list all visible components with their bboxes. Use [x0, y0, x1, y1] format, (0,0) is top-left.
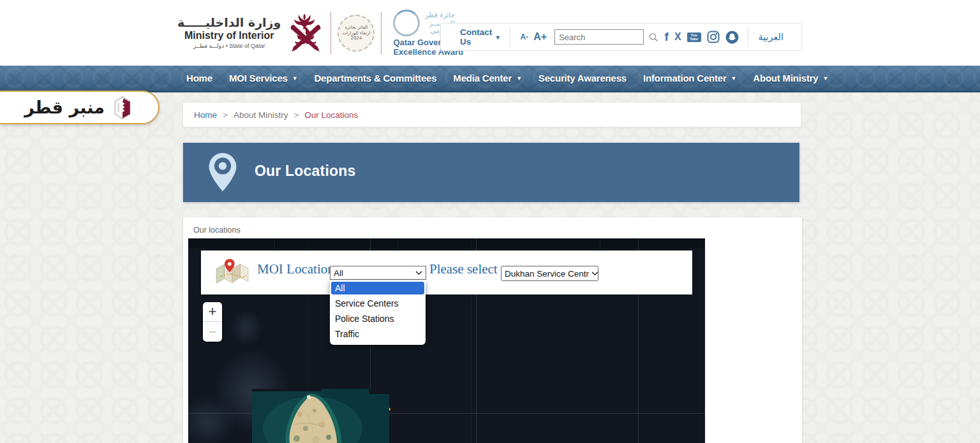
breadcrumb-current-page: Our Locations [304, 110, 358, 120]
medal-line2: ارتقاء للوزارات [342, 31, 370, 36]
main-navigation: Home MOI Services▼ Departments & Committ… [0, 66, 980, 92]
breadcrumb-about-ministry[interactable]: About Ministry [234, 110, 288, 120]
award-medal-2024: الفائز بجائزة ارتقاء للوزارات 2024 [338, 15, 375, 52]
breadcrumb-separator: > [293, 110, 299, 120]
medal-line3: 2024 [350, 36, 362, 41]
chevron-down-icon: ▼ [731, 75, 737, 82]
youtube-text2: Tube [687, 37, 701, 41]
page: وزارة الداخليـــــة Ministry of Interior… [0, 0, 980, 443]
nav-label: About Ministry [753, 73, 818, 84]
locations-card: Our locations [183, 217, 802, 443]
chevron-down-icon: ▼ [516, 75, 522, 82]
font-increase-button[interactable]: A+ [533, 31, 547, 43]
moi-emblem-icon [287, 12, 324, 54]
ministry-name-english: Ministry of Interior [177, 31, 281, 41]
page-title: Our Locations [255, 163, 356, 180]
instagram-icon[interactable] [707, 31, 720, 43]
map-filter-bar: MOI Locations All Please select Dukhan S… [201, 251, 692, 294]
contact-us-menu[interactable]: Contact Us ▾ [460, 27, 500, 47]
chevron-down-icon [415, 271, 422, 275]
site-header: وزارة الداخليـــــة Ministry of Interior… [0, 0, 980, 66]
category-select-value: All [334, 268, 343, 278]
category-select[interactable]: All [330, 266, 426, 280]
moi-brand-logo[interactable]: وزارة الداخليـــــة Ministry of Interior… [177, 6, 466, 60]
minbar-qatar-banner[interactable]: منبر قطر [0, 91, 160, 124]
nav-label: Home [186, 73, 212, 84]
dropdown-option-police-stations[interactable]: Police Stations [330, 311, 426, 326]
service-center-select-value: Dukhan Service Centr [505, 269, 589, 279]
breadcrumb: Home > About Ministry > Our Locations [183, 103, 801, 127]
chevron-down-icon: ▼ [823, 75, 829, 82]
map-with-pin-icon [215, 258, 249, 287]
nav-item-media-center[interactable]: Media Center▼ [445, 73, 530, 84]
toolbar-divider-2 [748, 27, 748, 47]
brand-divider [330, 12, 331, 54]
service-center-select[interactable]: Dukhan Service Centr [501, 266, 598, 281]
map-zoom-control: + − [203, 302, 222, 342]
excellence-ar1: جائزة قطر [425, 11, 455, 19]
breadcrumb-separator: > [223, 110, 228, 120]
cloud-wisp [230, 309, 262, 347]
toolbar-divider [510, 27, 510, 47]
nav-item-moi-services[interactable]: MOI Services▼ [221, 73, 306, 84]
nav-item-home[interactable]: Home [178, 73, 221, 84]
chevron-down-icon [591, 272, 598, 276]
map-tile-seam [600, 238, 600, 249]
category-dropdown-open: All Service Centers Police Stations Traf… [330, 280, 426, 345]
nav-label: Departments & Committees [314, 73, 436, 84]
dropdown-option-traffic[interactable]: Traffic [330, 326, 426, 342]
nav-item-departments-committees[interactable]: Departments & Committees [306, 73, 445, 84]
excellence-ring-icon [393, 10, 420, 36]
youtube-icon[interactable]: You Tube [687, 33, 701, 42]
map-tile-band [188, 238, 705, 249]
nav-item-security-awareness[interactable]: Security Awareness [530, 73, 635, 84]
contact-us-label: Contact Us [460, 27, 493, 47]
nav-item-information-center[interactable]: Information Center▼ [635, 73, 745, 84]
nav-label: MOI Services [229, 73, 288, 84]
please-select-prompt: Please select [429, 261, 498, 277]
chevron-down-icon: ▾ [496, 34, 500, 41]
nav-label: Security Awareness [538, 73, 627, 84]
language-toggle[interactable]: العربية [758, 32, 783, 42]
moi-locations-title: MOI Locations [257, 261, 339, 277]
dropdown-option-service-centers[interactable]: Service Centers [330, 296, 426, 311]
nav-item-about-ministry[interactable]: About Ministry▼ [745, 73, 836, 84]
location-pin-icon [209, 153, 237, 191]
header-toolbar: Contact Us ▾ A- A+ f X You Tube [440, 23, 802, 51]
search-input[interactable] [554, 29, 644, 45]
state-of-qatar-line: دولـــة قطــر • State of Qatar [177, 43, 281, 49]
medal-line1: الفائز بجائزة [345, 25, 368, 31]
map-tile-seam [274, 238, 275, 249]
map-tile-seam [397, 238, 398, 249]
x-twitter-icon[interactable]: X [674, 31, 681, 43]
qatar-landmass [252, 389, 389, 443]
search-icon[interactable] [649, 31, 658, 43]
brand-text: وزارة الداخليـــــة Ministry of Interior… [177, 17, 281, 49]
nav-label: Information Center [643, 73, 727, 84]
font-decrease-button[interactable]: A- [521, 33, 529, 41]
zoom-out-button[interactable]: − [203, 322, 222, 342]
snapchat-icon[interactable] [725, 31, 739, 44]
nav-label: Media Center [453, 73, 512, 84]
card-section-label: Our locations [193, 226, 241, 235]
page-title-banner: Our Locations [183, 143, 799, 202]
brand-divider-2 [381, 12, 382, 54]
minbar-qatar-label: منبر قطر [24, 98, 105, 117]
dropdown-option-all[interactable]: All [331, 282, 424, 294]
ministry-name-arabic: وزارة الداخليـــــة [177, 17, 281, 29]
social-icons: f X You Tube [665, 30, 739, 44]
minbar-qatar-logo-icon [111, 95, 134, 120]
zoom-in-button[interactable]: + [203, 302, 222, 322]
nav-items: Home MOI Services▼ Departments & Committ… [178, 66, 836, 91]
facebook-icon[interactable]: f [665, 30, 669, 44]
map-canvas[interactable]: مدينة الشمال الغارية عذبة العريش عين سنا… [188, 238, 705, 443]
breadcrumb-home-link[interactable]: Home [194, 110, 217, 120]
chevron-down-icon: ▼ [292, 75, 298, 82]
